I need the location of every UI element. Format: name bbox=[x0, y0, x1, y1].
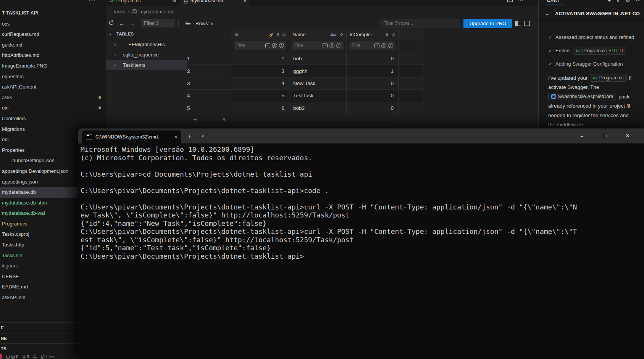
column-header-id[interactable]: Id # bbox=[231, 29, 289, 40]
pin-column-icon[interactable] bbox=[281, 32, 286, 37]
forward-arrow-icon[interactable]: → bbox=[127, 20, 138, 27]
split-editor-icon[interactable] bbox=[507, 0, 513, 2]
tab-dropdown-icon[interactable]: ∨ bbox=[201, 134, 204, 138]
more-actions-icon[interactable]: ⋯ bbox=[518, 0, 523, 3]
cell-id[interactable]: 1 bbox=[231, 53, 289, 64]
column-filter-input[interactable] bbox=[294, 43, 321, 48]
cell-name[interactable]: bob2 bbox=[289, 102, 346, 114]
table-row[interactable]: 3 4 New Task 0 bbox=[187, 77, 423, 90]
case-filter-icon[interactable]: ! bbox=[336, 43, 341, 48]
cell-name[interactable]: ggghh bbox=[289, 65, 346, 77]
tab-program-cs[interactable]: C# Program.cs M bbox=[106, 0, 180, 6]
insert-row[interactable]: + 6 bbox=[187, 114, 398, 126]
terminal-output[interactable]: Microsoft Windows [versão 10.0.26200.689… bbox=[81, 143, 644, 260]
cell-iscomplete[interactable]: 0 bbox=[346, 90, 398, 101]
back-arrow-icon[interactable]: ← bbox=[545, 10, 550, 17]
bell-status[interactable] bbox=[33, 354, 37, 359]
go-live-status[interactable]: Live bbox=[41, 354, 54, 359]
row-number[interactable]: 1 bbox=[187, 53, 231, 64]
tables-section-header[interactable]: › TABLES bbox=[106, 29, 187, 39]
tab-close-icon[interactable]: × bbox=[243, 0, 246, 4]
row-number[interactable]: 2 bbox=[187, 65, 231, 77]
errors-status[interactable]: × 0 bbox=[6, 354, 18, 359]
row-number[interactable]: 4 bbox=[187, 90, 231, 101]
null-filter-icon[interactable]: ⊘ bbox=[381, 43, 386, 48]
history-icon[interactable]: ∨ bbox=[616, 0, 620, 3]
file-item[interactable]: ImageExample.PNG bbox=[0, 61, 106, 71]
remote-indicator[interactable] bbox=[0, 354, 2, 359]
cell-iscomplete[interactable]: 0 bbox=[346, 77, 398, 89]
tab-chat[interactable]: CHAT bbox=[547, 0, 560, 3]
new-chat-icon[interactable]: + bbox=[608, 0, 611, 3]
cell-name[interactable]: bob bbox=[289, 53, 346, 64]
tab-close-icon[interactable]: × bbox=[174, 134, 178, 140]
table-row[interactable]: 5 6 bob2 0 bbox=[187, 102, 423, 114]
toggle-sidebar-layout-icon[interactable] bbox=[515, 21, 521, 26]
null-filter-icon[interactable]: ⊘ bbox=[272, 43, 277, 48]
close-button[interactable]: × bbox=[624, 132, 631, 140]
breadcrumb[interactable]: Tasks › mydatabase.db bbox=[106, 6, 538, 18]
regex-filter-icon[interactable]: ≡ bbox=[265, 43, 270, 48]
table-row[interactable]: 4 5 Test task 0 bbox=[187, 90, 423, 102]
explorer-more-actions-icon[interactable]: ⋯ bbox=[89, 0, 95, 5]
regex-filter-icon[interactable]: ≡ bbox=[374, 43, 379, 48]
package-chip[interactable]: ◱ Swashbuckle.AspNetCore bbox=[548, 93, 616, 100]
table-row[interactable]: 1 1 bob 0 bbox=[187, 53, 423, 65]
cell-iscomplete[interactable]: 1 bbox=[346, 65, 398, 77]
table-item-sqlite-sequence[interactable]: › sqlite_sequence bbox=[106, 50, 187, 60]
cell-id[interactable]: 5 bbox=[231, 90, 289, 101]
breadcrumb-file[interactable]: mydatabase.db bbox=[139, 9, 173, 14]
null-filter-icon[interactable]: ⊘ bbox=[329, 43, 334, 48]
workspace-root[interactable]: T-TASKLIST-API bbox=[0, 8, 106, 19]
cell-name[interactable]: Test task bbox=[289, 90, 346, 101]
breadcrumb-folder[interactable]: Tasks bbox=[113, 9, 125, 14]
insert-row-strip[interactable] bbox=[231, 114, 398, 126]
folder-item[interactable]: oin bbox=[0, 103, 106, 113]
file-item[interactable]: guide.md bbox=[0, 40, 106, 50]
terminal-title-bar[interactable]: C:\WINDOWS\system32\cmd. × + ∨ − × bbox=[78, 129, 644, 143]
regex-filter-icon[interactable]: ≡ bbox=[323, 43, 328, 48]
cell-iscomplete[interactable]: 0 bbox=[346, 53, 398, 64]
table-row[interactable]: 2 3 ggghh 1 bbox=[187, 65, 423, 77]
upgrade-to-pro-button[interactable]: Upgrade to PRO bbox=[463, 19, 512, 28]
file-item[interactable]: httpAttributes.md bbox=[0, 50, 106, 61]
cell-id[interactable]: 4 bbox=[231, 77, 289, 89]
filter-tables-input[interactable] bbox=[141, 19, 175, 27]
back-arrow-icon[interactable]: ← bbox=[116, 20, 127, 27]
column-header-iscomplete[interactable]: IsComple... # bbox=[346, 29, 398, 40]
folder-item[interactable]: ocs bbox=[0, 19, 106, 29]
row-number[interactable]: 5 bbox=[187, 102, 231, 114]
more-actions-icon[interactable]: ⋯ bbox=[636, 0, 641, 3]
terminal-tab[interactable]: C:\WINDOWS\system32\cmd. × bbox=[82, 130, 181, 143]
minimize-button[interactable]: − bbox=[578, 133, 585, 139]
column-header-name[interactable]: Name abc bbox=[289, 29, 346, 40]
cell-iscomplete[interactable]: 0 bbox=[346, 102, 398, 114]
table-item-taskitems[interactable]: › TaskItems bbox=[106, 60, 187, 70]
edited-file-chip[interactable]: C# Program.cs +10 -0 bbox=[573, 47, 626, 55]
folder-item[interactable]: equesters bbox=[0, 71, 106, 82]
new-tab-button[interactable]: + bbox=[188, 132, 192, 140]
folder-item[interactable]: askAPI.Content bbox=[0, 82, 106, 92]
row-number[interactable]: 3 bbox=[187, 77, 231, 89]
column-filter-input[interactable] bbox=[352, 43, 373, 48]
maximize-button[interactable] bbox=[601, 133, 608, 139]
cell-id[interactable]: 3 bbox=[231, 65, 289, 77]
case-filter-icon[interactable]: ! bbox=[388, 43, 393, 48]
refresh-icon[interactable] bbox=[106, 20, 116, 27]
pin-column-icon[interactable] bbox=[391, 32, 395, 37]
filter-rows-input[interactable] bbox=[379, 19, 460, 28]
pin-column-icon[interactable] bbox=[339, 32, 343, 37]
cell-id[interactable]: 6 bbox=[231, 102, 289, 114]
table-item-efmigrations[interactable]: › __EFMigrationsHis... bbox=[106, 39, 187, 50]
toggle-split-layout-icon[interactable] bbox=[524, 21, 530, 26]
add-row-button[interactable]: + bbox=[193, 116, 197, 123]
file-item[interactable]: curlRequests.md bbox=[0, 29, 106, 40]
file-chip[interactable]: C# Program.cs bbox=[590, 74, 626, 82]
cell-name[interactable]: New Task bbox=[289, 77, 346, 89]
folder-item[interactable]: asks bbox=[0, 92, 106, 103]
case-filter-icon[interactable]: ! bbox=[279, 43, 284, 48]
column-filter-input[interactable] bbox=[236, 43, 263, 48]
gear-icon[interactable]: ⚙ bbox=[625, 0, 630, 3]
folder-item[interactable]: Controllers bbox=[0, 113, 106, 124]
tab-mydatabase-db[interactable]: mydatabase.db × bbox=[180, 0, 250, 6]
